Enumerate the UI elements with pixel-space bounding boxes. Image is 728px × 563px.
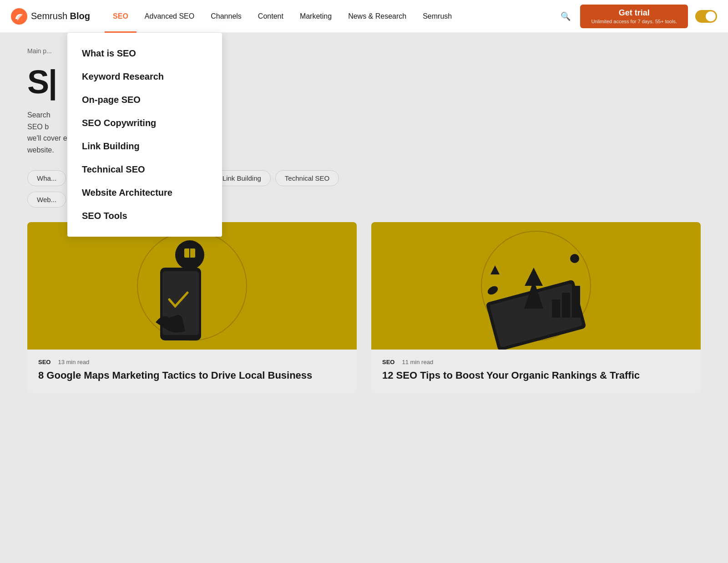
logo[interactable]: Semrush Blog [11,8,90,25]
logo-text: Semrush Blog [31,11,90,21]
nav-item-marketing[interactable]: Marketing [292,0,340,33]
card-read-time-1: 13 min read [58,359,89,365]
article-card-2[interactable]: SEO 11 min read 12 SEO Tips to Boost You… [371,222,701,393]
article-cards: SEO 13 min read 8 Google Maps Marketing … [27,222,701,393]
dropdown-item-what-is-seo[interactable]: What is SEO [67,42,222,65]
dropdown-item-website-architecture[interactable]: Website Architecture [67,181,222,204]
nav-item-channels[interactable]: Channels [202,0,250,33]
dropdown-item-technical-seo[interactable]: Technical SEO [67,158,222,181]
get-trial-button[interactable]: Get trial Unlimited access for 7 days. 5… [580,5,688,28]
filter-pill-website-architecture[interactable]: Web... [27,192,66,208]
nav-item-advanced-seo[interactable]: Advanced SEO [136,0,202,33]
svg-rect-13 [552,299,560,318]
card-read-time-2: 11 min read [402,359,433,365]
card-image-1 [27,222,357,350]
dropdown-item-seo-copywriting[interactable]: SEO Copywriting [67,112,222,135]
card-tag-1: SEO [38,359,51,365]
semrush-logo-icon [11,8,27,25]
card-image-2 [371,222,701,350]
card-meta-1: SEO 13 min read [27,350,357,369]
card-title-2: 12 SEO Tips to Boost Your Organic Rankin… [371,369,701,393]
header: Semrush Blog SEO Advanced SEO Channels C… [0,0,728,33]
svg-rect-14 [562,293,570,318]
theme-toggle[interactable] [695,10,717,23]
header-right: 🔍 Get trial Unlimited access for 7 days.… [558,5,717,28]
article-card-1[interactable]: SEO 13 min read 8 Google Maps Marketing … [27,222,357,393]
filter-pill-what[interactable]: Wha... [27,170,66,186]
nav-item-seo[interactable]: SEO [105,0,136,33]
nav-item-semrush[interactable]: Semrush [415,0,460,33]
card-title-1: 8 Google Maps Marketing Tactics to Drive… [27,369,357,393]
dropdown-item-keyword-research[interactable]: Keyword Research [67,65,222,88]
card-meta-2: SEO 11 min read [371,350,701,369]
seo-dropdown-menu: What is SEO Keyword Research On-page SEO… [67,33,222,237]
dropdown-item-link-building[interactable]: Link Building [67,135,222,158]
filter-pill-technical-seo[interactable]: Technical SEO [275,170,339,186]
nav-item-news-research[interactable]: News & Research [340,0,415,33]
search-button[interactable]: 🔍 [558,9,573,24]
svg-rect-15 [572,286,580,318]
dropdown-item-on-page-seo[interactable]: On-page SEO [67,88,222,112]
svg-point-17 [570,254,579,263]
main-nav: SEO Advanced SEO Channels Content Market… [105,0,558,33]
dropdown-item-seo-tools[interactable]: SEO Tools [67,204,222,228]
nav-item-content[interactable]: Content [250,0,292,33]
card-tag-2: SEO [382,359,394,365]
